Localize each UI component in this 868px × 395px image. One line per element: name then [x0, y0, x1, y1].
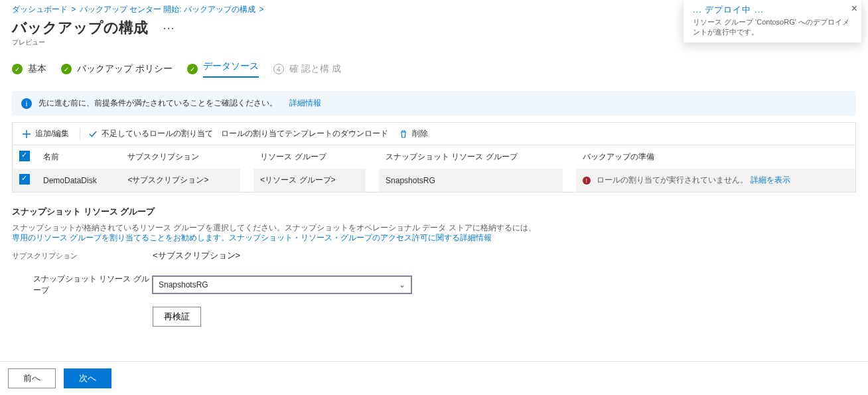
- breadcrumb-item[interactable]: バックアップ センター 開始: バックアップの構成: [80, 5, 255, 14]
- deploy-notification: × ... デプロイ中 ... リソース グループ 'ContosoRG' への…: [684, 0, 861, 42]
- info-details-link[interactable]: 詳細情報: [289, 98, 321, 109]
- tool-label: 追加/編集: [35, 128, 69, 139]
- cell-name: DemoDataDisk: [36, 169, 121, 192]
- step-number-icon: 4: [273, 64, 284, 74]
- helper-line1: スナップショットが格納されているリソース グループを選択してください。スナップシ…: [12, 224, 536, 232]
- step-label: バックアップ ポリシー: [77, 63, 173, 75]
- select-value: SnapshotsRG: [159, 280, 208, 289]
- helper-link[interactable]: 専用のリソース グループを割り当てることをお勧めします。スナップショット・リソー…: [12, 234, 492, 242]
- check-icon: ✓: [61, 64, 72, 74]
- snapshot-rg-helper: スナップショットが格納されているリソース グループを選択してください。スナップシ…: [12, 223, 856, 243]
- col-rg: リソース グループ: [253, 145, 366, 169]
- cell-snapshot-rg: SnapshotsRG: [379, 169, 563, 192]
- cell-subscription: <サブスクリプション>: [121, 169, 240, 192]
- check-icon: [88, 129, 98, 139]
- step-label: 基本: [28, 63, 46, 75]
- subscription-field: サブスクリプション <サブスクリプション>: [12, 250, 856, 262]
- info-bar: i 先に進む前に、前提条件が満たされていることをご確認ください。 詳細情報: [12, 91, 856, 116]
- detail-link[interactable]: 詳細を表示: [751, 175, 790, 185]
- col-subscription: サブスクリプション: [121, 145, 240, 169]
- col-snapshot-rg: スナップショット リソース グループ: [379, 145, 563, 169]
- trash-icon: [399, 129, 408, 139]
- cell-rg: <リソース グループ>: [253, 169, 366, 192]
- datasource-table: 名前 サブスクリプション リソース グループ スナップショット リソース グルー…: [13, 145, 855, 192]
- snapshot-rg-label: スナップショット リソース グループ: [33, 274, 153, 296]
- add-edit-button[interactable]: 追加/編集: [18, 127, 73, 141]
- prev-button[interactable]: 前へ: [8, 368, 56, 388]
- select-all-checkbox[interactable]: [19, 151, 30, 161]
- step-label: 確 認と構 成: [289, 63, 341, 75]
- wizard-footer: 前へ 次へ: [0, 361, 868, 395]
- row-checkbox[interactable]: [19, 174, 30, 185]
- tool-label: 削除: [412, 128, 428, 139]
- info-text: 先に進む前に、前提条件が満たされていることをご確認ください。: [38, 98, 277, 109]
- toolbar: 追加/編集 不足しているロールの割り当て ロールの割り当てテンプレートのダウンロ…: [13, 123, 855, 145]
- snapshot-rg-select[interactable]: SnapshotsRG ⌄: [153, 276, 411, 293]
- step-policy[interactable]: ✓ バックアップ ポリシー: [61, 63, 173, 75]
- col-name: 名前: [36, 145, 121, 169]
- revalidate-button[interactable]: 再検証: [153, 307, 201, 327]
- table-header-row: 名前 サブスクリプション リソース グループ スナップショット リソース グルー…: [13, 145, 855, 169]
- breadcrumb-item[interactable]: ダッシュボード: [12, 5, 68, 14]
- chevron-right-icon: >: [259, 5, 263, 14]
- snapshot-rg-heading: スナップショット リソース グループ: [12, 206, 856, 218]
- close-icon[interactable]: ×: [851, 3, 857, 15]
- datasource-panel: 追加/編集 不足しているロールの割り当て ロールの割り当てテンプレートのダウンロ…: [12, 122, 856, 193]
- info-icon: i: [21, 98, 32, 109]
- assign-missing-roles-button[interactable]: 不足しているロールの割り当て: [84, 127, 217, 141]
- download-template-button[interactable]: ロールの割り当てテンプレートのダウンロード: [217, 127, 392, 141]
- chevron-down-icon: ⌄: [399, 280, 405, 289]
- plus-icon: [22, 129, 31, 139]
- cell-backup-ready: ! ロールの割り当てが実行されていません。 詳細を表示: [576, 169, 855, 192]
- subscription-label: サブスクリプション: [12, 251, 153, 261]
- step-basic[interactable]: ✓ 基本: [12, 63, 46, 75]
- table-row[interactable]: DemoDataDisk <サブスクリプション> <リソース グループ> Sna…: [13, 169, 855, 192]
- status-text: ロールの割り当てが実行されていません。: [597, 175, 748, 185]
- page-title: バックアップの構成: [12, 18, 148, 38]
- tool-label: 不足しているロールの割り当て: [102, 128, 213, 139]
- subscription-value: <サブスクリプション>: [153, 250, 240, 262]
- separator: [80, 128, 80, 140]
- chevron-right-icon: >: [71, 5, 76, 14]
- more-button[interactable]: ⋯: [157, 19, 180, 37]
- revalidate-row: 再検証: [12, 303, 856, 327]
- error-icon: !: [583, 177, 591, 185]
- snapshot-rg-field: スナップショット リソース グループ SnapshotsRG ⌄: [12, 274, 856, 296]
- check-icon: ✓: [187, 64, 198, 74]
- tool-label: ロールの割り当てテンプレートのダウンロード: [221, 128, 388, 139]
- step-review: 4 確 認と構 成: [273, 63, 341, 75]
- delete-button[interactable]: 削除: [395, 127, 432, 141]
- wizard-steps: ✓ 基本 ✓ バックアップ ポリシー ✓ データソース 4 確 認と構 成: [0, 52, 868, 82]
- step-label: データソース: [203, 60, 259, 78]
- notification-title[interactable]: ... デプロイ中 ...: [693, 4, 855, 16]
- col-backup-ready: バックアップの準備: [576, 145, 855, 169]
- check-icon: ✓: [12, 64, 23, 74]
- notification-body: リソース グループ 'ContosoRG' へのデプロイメントが進行中です。: [693, 17, 855, 37]
- step-datasource[interactable]: ✓ データソース: [187, 60, 259, 78]
- next-button[interactable]: 次へ: [64, 368, 111, 388]
